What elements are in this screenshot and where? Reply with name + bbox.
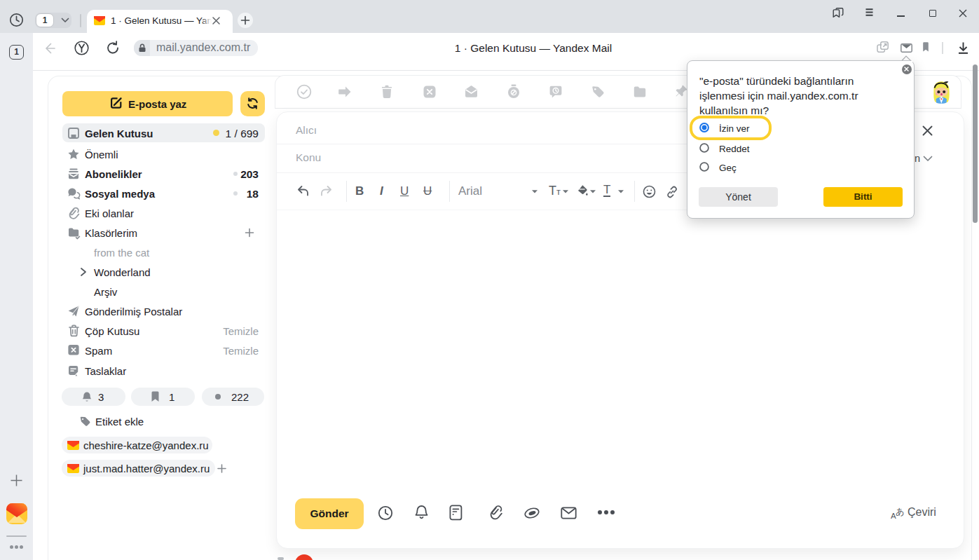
svg-text:あ: あ [896, 507, 905, 517]
